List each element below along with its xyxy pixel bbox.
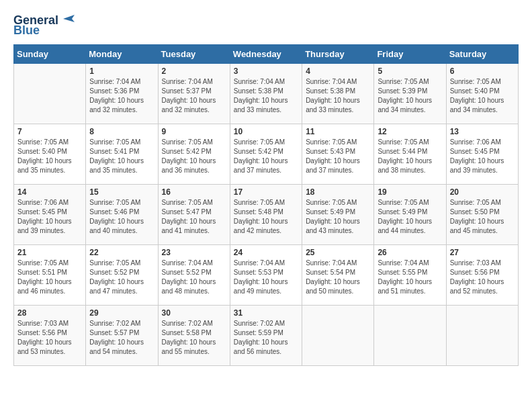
day-info: Sunrise: 7:02 AM Sunset: 5:58 PM Dayligh…	[162, 319, 226, 357]
calendar-cell: 15Sunrise: 7:05 AM Sunset: 5:46 PM Dayli…	[86, 185, 158, 245]
calendar-cell: 28Sunrise: 7:03 AM Sunset: 5:56 PM Dayli…	[14, 306, 86, 366]
day-info: Sunrise: 7:05 AM Sunset: 5:40 PM Dayligh…	[17, 138, 82, 175]
calendar-cell: 11Sunrise: 7:05 AM Sunset: 5:43 PM Dayli…	[302, 124, 374, 185]
calendar-cell: 12Sunrise: 7:05 AM Sunset: 5:44 PM Dayli…	[374, 124, 446, 185]
day-number: 2	[162, 66, 226, 76]
day-number: 15	[89, 187, 154, 197]
day-info: Sunrise: 7:05 AM Sunset: 5:46 PM Dayligh…	[89, 198, 154, 236]
weekday-header-tuesday: Tuesday	[158, 45, 230, 64]
calendar-cell: 23Sunrise: 7:04 AM Sunset: 5:52 PM Dayli…	[158, 245, 230, 306]
day-info: Sunrise: 7:05 AM Sunset: 5:43 PM Dayligh…	[306, 138, 370, 175]
week-row-1: 1Sunrise: 7:04 AM Sunset: 5:36 PM Daylig…	[14, 64, 519, 124]
day-number: 7	[17, 127, 82, 136]
weekday-header-thursday: Thursday	[302, 45, 374, 64]
day-number: 19	[378, 187, 442, 197]
week-row-5: 28Sunrise: 7:03 AM Sunset: 5:56 PM Dayli…	[14, 306, 519, 366]
day-number: 3	[234, 66, 298, 76]
calendar-cell	[446, 306, 518, 366]
day-info: Sunrise: 7:05 AM Sunset: 5:48 PM Dayligh…	[234, 198, 298, 236]
calendar-cell: 18Sunrise: 7:05 AM Sunset: 5:49 PM Dayli…	[302, 185, 374, 245]
calendar-cell: 27Sunrise: 7:03 AM Sunset: 5:56 PM Dayli…	[446, 245, 518, 306]
calendar-cell: 21Sunrise: 7:05 AM Sunset: 5:51 PM Dayli…	[14, 245, 86, 306]
day-number: 27	[450, 248, 515, 257]
calendar-cell: 13Sunrise: 7:06 AM Sunset: 5:45 PM Dayli…	[446, 124, 518, 185]
day-number: 29	[89, 308, 154, 318]
calendar-cell: 30Sunrise: 7:02 AM Sunset: 5:58 PM Dayli…	[158, 306, 230, 366]
calendar-cell: 3Sunrise: 7:04 AM Sunset: 5:38 PM Daylig…	[230, 64, 302, 124]
logo-bird-icon	[60, 13, 75, 25]
day-number: 12	[378, 127, 442, 136]
calendar-cell: 7Sunrise: 7:05 AM Sunset: 5:40 PM Daylig…	[14, 124, 86, 185]
day-info: Sunrise: 7:02 AM Sunset: 5:57 PM Dayligh…	[89, 319, 154, 357]
day-info: Sunrise: 7:05 AM Sunset: 5:39 PM Dayligh…	[378, 77, 442, 115]
calendar-cell: 22Sunrise: 7:05 AM Sunset: 5:52 PM Dayli…	[86, 245, 158, 306]
logo-container: General Blue	[13, 13, 75, 38]
calendar-cell	[374, 306, 446, 366]
day-number: 18	[306, 187, 370, 197]
day-info: Sunrise: 7:04 AM Sunset: 5:55 PM Dayligh…	[378, 259, 442, 296]
day-info: Sunrise: 7:05 AM Sunset: 5:41 PM Dayligh…	[89, 138, 154, 175]
day-number: 31	[234, 308, 298, 318]
day-info: Sunrise: 7:05 AM Sunset: 5:51 PM Dayligh…	[17, 259, 82, 296]
day-info: Sunrise: 7:04 AM Sunset: 5:38 PM Dayligh…	[306, 77, 370, 115]
day-number: 25	[306, 248, 370, 257]
day-info: Sunrise: 7:05 AM Sunset: 5:44 PM Dayligh…	[378, 138, 442, 175]
day-number: 30	[162, 308, 226, 318]
day-info: Sunrise: 7:04 AM Sunset: 5:52 PM Dayligh…	[162, 259, 226, 296]
calendar-cell: 10Sunrise: 7:05 AM Sunset: 5:42 PM Dayli…	[230, 124, 302, 185]
day-info: Sunrise: 7:05 AM Sunset: 5:42 PM Dayligh…	[234, 138, 298, 175]
day-number: 26	[378, 248, 442, 257]
calendar-cell: 2Sunrise: 7:04 AM Sunset: 5:37 PM Daylig…	[158, 64, 230, 124]
day-info: Sunrise: 7:04 AM Sunset: 5:38 PM Dayligh…	[234, 77, 298, 115]
week-row-3: 14Sunrise: 7:06 AM Sunset: 5:45 PM Dayli…	[14, 185, 519, 245]
weekday-header-friday: Friday	[374, 45, 446, 64]
day-number: 10	[234, 127, 298, 136]
day-number: 24	[234, 248, 298, 257]
day-number: 13	[450, 127, 515, 136]
day-info: Sunrise: 7:03 AM Sunset: 5:56 PM Dayligh…	[17, 319, 82, 357]
day-number: 6	[450, 66, 515, 76]
calendar-cell: 8Sunrise: 7:05 AM Sunset: 5:41 PM Daylig…	[86, 124, 158, 185]
svg-marker-0	[63, 15, 75, 22]
day-number: 1	[89, 66, 154, 76]
day-info: Sunrise: 7:05 AM Sunset: 5:47 PM Dayligh…	[162, 198, 226, 236]
day-info: Sunrise: 7:04 AM Sunset: 5:54 PM Dayligh…	[306, 259, 370, 296]
day-number: 23	[162, 248, 226, 257]
calendar-cell: 24Sunrise: 7:04 AM Sunset: 5:53 PM Dayli…	[230, 245, 302, 306]
calendar-cell: 20Sunrise: 7:05 AM Sunset: 5:50 PM Dayli…	[446, 185, 518, 245]
day-info: Sunrise: 7:05 AM Sunset: 5:52 PM Dayligh…	[89, 259, 154, 296]
logo-blue: Blue	[13, 24, 40, 38]
calendar-cell: 14Sunrise: 7:06 AM Sunset: 5:45 PM Dayli…	[14, 185, 86, 245]
day-number: 22	[89, 248, 154, 257]
day-info: Sunrise: 7:02 AM Sunset: 5:59 PM Dayligh…	[234, 319, 298, 357]
day-number: 8	[89, 127, 154, 136]
day-info: Sunrise: 7:04 AM Sunset: 5:53 PM Dayligh…	[234, 259, 298, 296]
calendar-table: SundayMondayTuesdayWednesdayThursdayFrid…	[13, 44, 519, 366]
calendar-cell: 29Sunrise: 7:02 AM Sunset: 5:57 PM Dayli…	[86, 306, 158, 366]
day-info: Sunrise: 7:04 AM Sunset: 5:37 PM Dayligh…	[162, 77, 226, 115]
calendar-cell	[14, 64, 86, 124]
weekday-header-saturday: Saturday	[446, 45, 518, 64]
week-row-4: 21Sunrise: 7:05 AM Sunset: 5:51 PM Dayli…	[14, 245, 519, 306]
week-row-2: 7Sunrise: 7:05 AM Sunset: 5:40 PM Daylig…	[14, 124, 519, 185]
day-number: 21	[17, 248, 82, 257]
calendar-cell: 16Sunrise: 7:05 AM Sunset: 5:47 PM Dayli…	[158, 185, 230, 245]
day-info: Sunrise: 7:05 AM Sunset: 5:49 PM Dayligh…	[378, 198, 442, 236]
calendar-cell: 19Sunrise: 7:05 AM Sunset: 5:49 PM Dayli…	[374, 185, 446, 245]
day-number: 11	[306, 127, 370, 136]
calendar-cell: 6Sunrise: 7:05 AM Sunset: 5:40 PM Daylig…	[446, 64, 518, 124]
calendar-cell: 5Sunrise: 7:05 AM Sunset: 5:39 PM Daylig…	[374, 64, 446, 124]
calendar-cell: 17Sunrise: 7:05 AM Sunset: 5:48 PM Dayli…	[230, 185, 302, 245]
day-number: 16	[162, 187, 226, 197]
day-number: 28	[17, 308, 82, 318]
header-row: SundayMondayTuesdayWednesdayThursdayFrid…	[14, 45, 519, 64]
calendar-cell: 9Sunrise: 7:05 AM Sunset: 5:42 PM Daylig…	[158, 124, 230, 185]
day-info: Sunrise: 7:06 AM Sunset: 5:45 PM Dayligh…	[17, 198, 82, 236]
day-info: Sunrise: 7:05 AM Sunset: 5:49 PM Dayligh…	[306, 198, 370, 236]
calendar-cell: 4Sunrise: 7:04 AM Sunset: 5:38 PM Daylig…	[302, 64, 374, 124]
day-info: Sunrise: 7:05 AM Sunset: 5:42 PM Dayligh…	[162, 138, 226, 175]
day-info: Sunrise: 7:05 AM Sunset: 5:40 PM Dayligh…	[450, 77, 515, 115]
calendar-cell	[302, 306, 374, 366]
day-info: Sunrise: 7:04 AM Sunset: 5:36 PM Dayligh…	[89, 77, 154, 115]
calendar-cell: 25Sunrise: 7:04 AM Sunset: 5:54 PM Dayli…	[302, 245, 374, 306]
